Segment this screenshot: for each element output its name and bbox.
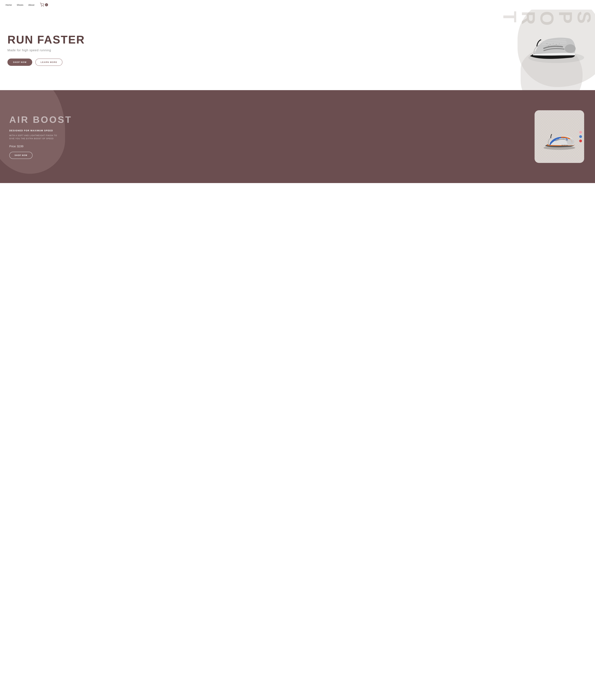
cart-icon: [40, 3, 44, 7]
product-shoe-card: BALENCIAGA: [535, 110, 584, 163]
product-description: WITH A SOFT AND LIGHTWEIGHT FINISH TO GI…: [9, 134, 59, 140]
cart-button[interactable]: 1: [40, 3, 48, 7]
product-tagline: DESIGNED FOR MAXIMUM SPEED: [9, 129, 72, 132]
svg-point-15: [567, 139, 574, 145]
hero-subtitle: Made for high speed running: [7, 49, 85, 52]
hero-content: RUN FASTER Made for high speed running S…: [0, 25, 92, 75]
navigation: Home Shoes About 1: [0, 0, 595, 9]
svg-point-0: [41, 6, 41, 6]
color-dot-red[interactable]: [579, 140, 582, 142]
color-dot-blue[interactable]: [579, 135, 582, 138]
cart-badge: 1: [45, 3, 48, 6]
svg-point-13: [565, 44, 576, 53]
svg-point-1: [43, 6, 44, 6]
product-section: AIR BOOST DESIGNED FOR MAXIMUM SPEED WIT…: [0, 90, 595, 183]
product-shoe-image: BALENCIAGA: [539, 121, 579, 152]
nav-about[interactable]: About: [28, 4, 34, 6]
color-dot-pink[interactable]: [579, 131, 582, 134]
nav-home[interactable]: Home: [6, 4, 12, 6]
svg-point-6: [556, 44, 557, 45]
product-shop-now-button[interactable]: SHOP NOW: [9, 152, 32, 159]
color-selector: [579, 131, 582, 142]
hero-shoe-image: [513, 11, 590, 70]
product-content: AIR BOOST DESIGNED FOR MAXIMUM SPEED WIT…: [0, 102, 81, 171]
hero-section: SPORT: [0, 9, 595, 90]
learn-more-button[interactable]: LEARN MORE: [35, 59, 62, 66]
nav-shoes[interactable]: Shoes: [17, 4, 23, 6]
product-shoe-area: BALENCIAGA: [535, 110, 587, 163]
product-title: AIR BOOST: [9, 114, 72, 125]
svg-text:BALENCIAGA: BALENCIAGA: [562, 145, 568, 146]
shop-now-button[interactable]: SHOP NOW: [7, 59, 32, 66]
hero-buttons: SHOP NOW LEARN MORE: [7, 59, 85, 66]
hero-title: RUN FASTER: [7, 34, 85, 46]
product-price: Price: $199: [9, 145, 72, 148]
